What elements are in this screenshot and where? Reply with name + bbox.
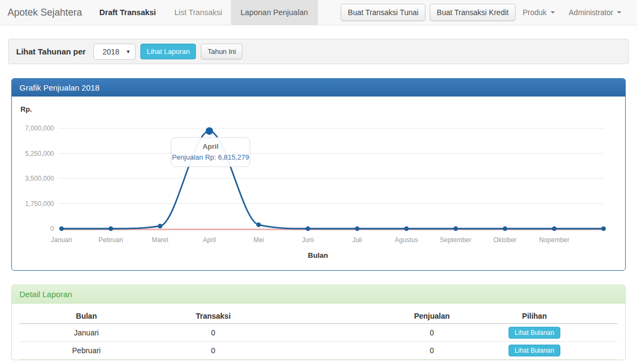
x-tick-label: Juni — [302, 236, 314, 244]
lihat-bulanan-button[interactable]: Lihat Bulanan — [509, 345, 560, 356]
y-tick-label: 7,000,000 — [25, 125, 55, 132]
navbar-right-group: Buat Transaksi Tunai Buat Transaksi Kred… — [341, 0, 637, 25]
transaksi-cell: 0 — [153, 328, 273, 337]
nav-item-list-transaksi[interactable]: List Transaksi — [166, 0, 231, 25]
table-header-cell-pilihan: Pilihan — [478, 312, 591, 320]
select-arrow-icon: ▼ — [126, 49, 131, 54]
nav-item-laporan-penjualan[interactable]: Laponan Penjualan — [231, 0, 318, 25]
buat-transaksi-tunai-button[interactable]: Buat Transaksi Tunai — [341, 4, 425, 21]
chart-point[interactable] — [601, 226, 606, 231]
chart-point[interactable] — [109, 226, 113, 231]
chart-point[interactable] — [552, 226, 557, 231]
year-select-value: 2018 — [103, 47, 119, 56]
nav-item-draft-transaksi[interactable]: Draft Transaksi — [90, 0, 166, 25]
transaksi-cell: 0 — [153, 346, 273, 355]
chart-point[interactable] — [256, 223, 261, 228]
x-tick-label: Agustus — [395, 236, 418, 244]
y-tick-label: 3,500,000 — [25, 175, 55, 182]
table-header-cell: Bulan — [19, 312, 153, 320]
chevron-down-icon — [551, 11, 555, 13]
year-select[interactable]: 2018 ▼ — [93, 44, 135, 60]
action-cell: Lihat Bulanan — [478, 345, 591, 356]
chart-panel-body: 7,000,0005,250,0003,500,0001,750,0000Rp.… — [12, 97, 625, 270]
x-tick-label: Januari — [51, 236, 72, 244]
x-tick-label: Mei — [253, 236, 263, 244]
filter-label: Lihat Tahunan per — [16, 47, 86, 56]
chart-point[interactable] — [404, 226, 409, 231]
table-header-row: BulanTransaksiPenjualanPilihan — [19, 308, 618, 324]
x-tick-label: Pebruari — [99, 236, 123, 244]
detail-laporan-panel: Detail Laporan BulanTransaksiPenjualanPi… — [11, 285, 626, 360]
administrator-dropdown-label: Administrator — [569, 8, 613, 17]
chart-point[interactable] — [503, 226, 507, 231]
produk-dropdown-label: Produk — [523, 8, 546, 17]
sales-chart-panel: Grafik Penjualan 2018 7,000,0005,250,000… — [11, 78, 626, 271]
x-tick-label: April — [203, 236, 216, 244]
chart-point[interactable] — [206, 127, 213, 135]
chart-point[interactable] — [306, 226, 310, 231]
month-cell: Januari — [19, 328, 153, 337]
chart-point[interactable] — [453, 226, 458, 231]
tooltip-value: Penjualan Rp: 6,815,279 — [172, 153, 249, 161]
app-brand[interactable]: Apotek Sejahtera — [0, 0, 90, 25]
chart-point[interactable] — [158, 224, 162, 229]
chevron-down-icon — [617, 11, 621, 13]
top-navbar: Apotek Sejahtera Draft Transaksi List Tr… — [0, 0, 637, 25]
x-tick-label: September — [440, 236, 472, 244]
table-body: Januari00Lihat BulananPebruari00Lihat Bu… — [19, 324, 618, 360]
table-header-cell: Transaksi — [153, 312, 273, 320]
table-row: Pebruari00Lihat Bulanan — [19, 342, 618, 360]
produk-dropdown[interactable]: Produk — [516, 8, 561, 17]
x-tick-label: Nopember — [539, 236, 570, 244]
tooltip-title: April — [202, 142, 219, 150]
x-axis-title: Bulan — [308, 251, 328, 259]
x-tick-label: Oktober — [493, 236, 517, 244]
y-tick-label: 0 — [50, 225, 54, 232]
x-tick-label: Maret — [152, 236, 168, 244]
sales-line-chart: 7,000,0005,250,0003,500,0001,750,0000Rp.… — [12, 97, 625, 268]
chart-point[interactable] — [355, 226, 360, 231]
lihat-bulanan-button[interactable]: Lihat Bulanan — [509, 327, 560, 339]
detail-table: BulanTransaksiPenjualanPilihan Januari00… — [12, 304, 625, 360]
x-tick-label: Juli — [353, 236, 362, 244]
table-row: Januari00Lihat Bulanan — [19, 324, 618, 342]
action-cell: Lihat Bulanan — [478, 327, 591, 339]
buat-transaksi-kredit-button[interactable]: Buat Transaksi Kredit — [430, 4, 516, 21]
detail-panel-title: Detail Laporan — [12, 285, 625, 304]
administrator-dropdown[interactable]: Administrator — [562, 8, 628, 17]
lihat-laporan-button[interactable]: Lihat Laporan — [140, 44, 196, 59]
chart-point[interactable] — [59, 226, 64, 231]
chart-panel-title: Grafik Penjualan 2018 — [12, 79, 625, 97]
tahun-ini-button[interactable]: Tahun Ini — [201, 44, 242, 59]
y-axis-title: Rp. — [21, 105, 32, 113]
y-tick-label: 1,750,000 — [25, 200, 55, 208]
year-filter-bar: Lihat Tahunan per 2018 ▼ Lihat Laporan T… — [8, 39, 629, 64]
sales-series-line — [62, 131, 604, 229]
month-cell: Pebruari — [19, 346, 153, 355]
y-tick-label: 5,250,000 — [25, 150, 55, 157]
